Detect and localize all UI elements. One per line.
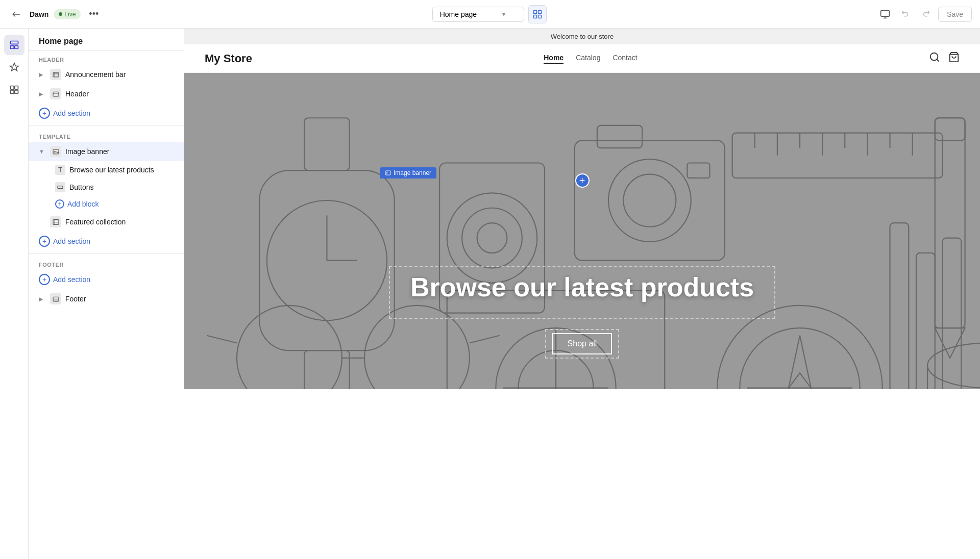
footer-group-label: FOOTER <box>29 256 184 270</box>
browse-products-label: Browse our latest products <box>69 166 154 174</box>
header-group-label: HEADER <box>29 50 184 65</box>
svg-point-19 <box>930 53 938 61</box>
page-selector-button[interactable]: Home page ▾ <box>432 7 524 22</box>
redo-button[interactable] <box>918 6 934 22</box>
preview-add-section-button[interactable]: + <box>575 173 590 188</box>
svg-rect-0 <box>533 10 536 13</box>
banner-main-text: Browse our latest products <box>400 272 764 302</box>
buttons-label: Buttons <box>69 183 93 191</box>
add-circle-icon: + <box>39 108 50 119</box>
svg-rect-9 <box>14 86 18 90</box>
more-button[interactable]: ••• <box>86 7 102 21</box>
svg-rect-10 <box>10 90 14 94</box>
nav-link-home[interactable]: Home <box>544 54 564 64</box>
chevron-down-icon: ▼ <box>39 148 46 155</box>
banner-wrapper: Image banner + <box>184 73 980 389</box>
store-name: Dawn <box>30 10 48 18</box>
live-dot <box>59 12 62 16</box>
topbar-center: Home page ▾ <box>432 5 547 23</box>
image-banner-label: Image banner <box>65 147 174 156</box>
sidebar-item-image-banner[interactable]: ▼ Image banner <box>29 142 184 161</box>
button-block-icon <box>55 182 65 192</box>
template-group-label: TEMPLATE <box>29 128 184 142</box>
sidebar-item-buttons[interactable]: Buttons <box>29 179 184 196</box>
divider-2 <box>29 253 184 253</box>
svg-point-31 <box>462 208 522 268</box>
svg-rect-7 <box>14 46 18 49</box>
add-section-template-label: Add section <box>53 237 90 245</box>
svg-rect-2 <box>533 15 536 18</box>
tree-panel: Home page HEADER ▶ Announcement bar ▶ He… <box>29 29 184 559</box>
add-circle-template-icon: + <box>39 236 50 247</box>
undo-button[interactable] <box>897 6 914 22</box>
page-selector-chevron: ▾ <box>502 11 505 18</box>
svg-rect-13 <box>53 92 59 96</box>
image-banner-icon <box>50 146 61 157</box>
svg-rect-4 <box>881 10 890 16</box>
svg-rect-11 <box>14 90 18 94</box>
svg-rect-49 <box>935 118 965 140</box>
back-button[interactable] <box>8 6 24 22</box>
topbar-left: Dawn Live ••• <box>8 6 102 22</box>
icon-sidebar <box>0 29 29 559</box>
store-preview: Welcome to our store My Store Home Catal… <box>184 29 980 559</box>
divider-1 <box>29 125 184 125</box>
sidebar-item-header[interactable]: ▶ Header <box>29 84 184 104</box>
sidebar-item-announcement-bar[interactable]: ▶ Announcement bar <box>29 65 184 84</box>
sidebar-item-featured-collection[interactable]: Featured collection <box>29 212 184 232</box>
add-section-footer-label: Add section <box>53 275 90 284</box>
tree-panel-title: Home page <box>29 29 184 50</box>
add-block-button[interactable]: + Add block <box>29 196 184 212</box>
add-section-footer-button[interactable]: + Add section <box>29 270 184 289</box>
svg-rect-38 <box>732 133 943 178</box>
add-circle-footer-icon: + <box>39 274 50 285</box>
store-announcement: Welcome to our store <box>184 29 980 44</box>
store-nav-icons <box>929 52 960 65</box>
desktop-view-button[interactable] <box>877 6 893 22</box>
blocks-panel-button[interactable] <box>4 80 24 100</box>
live-badge: Live <box>54 9 81 19</box>
page-selector-label: Home page <box>440 10 477 18</box>
chevron-right-icon: ▶ <box>39 71 46 78</box>
svg-point-22 <box>386 172 387 173</box>
featured-collection-label: Featured collection <box>65 218 174 226</box>
select-mode-button[interactable] <box>528 5 547 23</box>
topbar: Dawn Live ••• Home page ▾ Save <box>0 0 980 29</box>
svg-point-36 <box>623 174 676 227</box>
sections-panel-button[interactable] <box>4 35 24 55</box>
cart-icon[interactable] <box>948 52 960 65</box>
add-section-header-button[interactable]: + Add section <box>29 104 184 123</box>
image-banner-badge-label: Image banner <box>394 169 431 176</box>
apps-panel-button[interactable] <box>4 57 24 78</box>
svg-rect-34 <box>597 125 642 148</box>
search-icon[interactable] <box>929 52 940 65</box>
header-icon <box>50 88 61 99</box>
store-logo: My Store <box>205 52 252 65</box>
nav-link-catalog[interactable]: Catalog <box>576 54 600 64</box>
svg-rect-27 <box>304 118 349 170</box>
add-section-template-button[interactable]: + Add section <box>29 232 184 251</box>
live-status: Live <box>64 11 76 18</box>
sidebar-item-browse-products[interactable]: T Browse our latest products <box>29 161 184 179</box>
svg-rect-37 <box>687 163 709 177</box>
chevron-right-icon-footer: ▶ <box>39 296 46 302</box>
add-block-circle-icon: + <box>55 199 64 209</box>
banner-text-container: Browse our latest products Shop all <box>184 266 980 389</box>
svg-point-35 <box>608 159 691 242</box>
banner-cta-button[interactable]: Shop all <box>552 333 612 354</box>
chevron-right-icon-2: ▶ <box>39 91 46 97</box>
nav-link-contact[interactable]: Contact <box>612 54 637 64</box>
svg-rect-16 <box>58 186 63 189</box>
text-block-icon: T <box>55 165 65 175</box>
svg-rect-18 <box>53 297 59 301</box>
sidebar-item-footer[interactable]: ▶ Footer <box>29 289 184 309</box>
footer-label: Footer <box>65 295 174 303</box>
image-banner: Browse our latest products Shop all <box>184 73 980 389</box>
svg-rect-5 <box>10 41 18 44</box>
store-nav: My Store Home Catalog Contact <box>184 44 980 73</box>
svg-rect-6 <box>10 46 14 49</box>
main-layout: Home page HEADER ▶ Announcement bar ▶ He… <box>0 29 980 559</box>
add-block-label: Add block <box>67 200 99 208</box>
svg-rect-1 <box>538 10 541 13</box>
save-button[interactable]: Save <box>938 7 972 22</box>
